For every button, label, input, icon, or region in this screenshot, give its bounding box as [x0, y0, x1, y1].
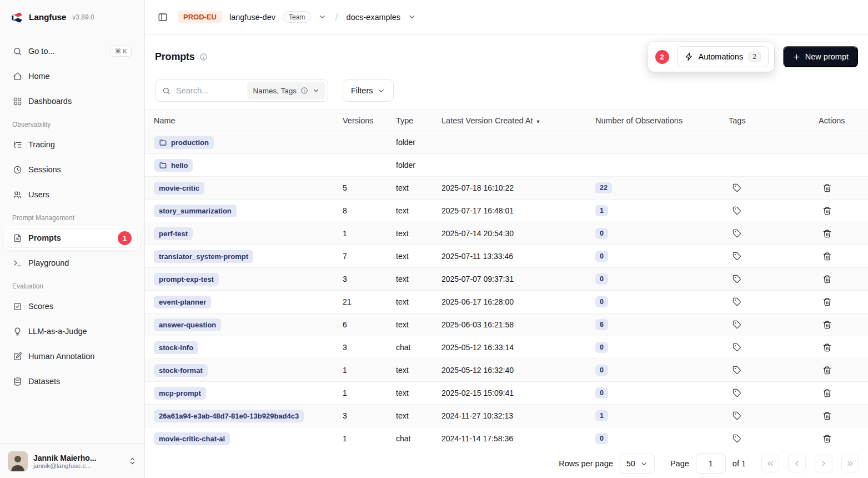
table-row[interactable]: prompt-exp-test3text2025-07-07 09:37:310: [145, 268, 868, 291]
prompt-name-badge[interactable]: production: [154, 136, 214, 149]
prompt-name-badge[interactable]: story_summarization: [154, 205, 237, 217]
table-row[interactable]: event-planner21text2025-06-17 16:28:000: [145, 291, 868, 313]
table-row[interactable]: answer-question6text2025-06-03 16:21:586: [145, 313, 868, 336]
sidebar-item-users[interactable]: Users: [7, 185, 138, 205]
project-name[interactable]: docs-examples: [347, 13, 401, 22]
sidebar-item-sessions[interactable]: Sessions: [7, 160, 138, 180]
prompt-name-badge[interactable]: mcp-prompt: [154, 387, 206, 400]
tag-icon[interactable]: [729, 271, 745, 287]
tag-icon[interactable]: [729, 339, 745, 356]
sidebar-item-playground[interactable]: Playground: [7, 253, 138, 273]
prompt-name-badge[interactable]: movie-critic: [154, 182, 204, 195]
filters-button[interactable]: Filters: [343, 79, 394, 102]
table-row[interactable]: 26a61a94-e3ab-48d7-81e0-13b929bad4c33tex…: [145, 405, 868, 427]
rows-per-page-select[interactable]: 50: [620, 454, 655, 474]
tag-icon[interactable]: [729, 316, 745, 333]
page-number-input[interactable]: [696, 454, 726, 474]
column-header-versions[interactable]: Versions: [339, 110, 393, 131]
column-header-latest-version-created-at[interactable]: Latest Version Created At▼: [438, 110, 592, 131]
delete-prompt-button[interactable]: [819, 362, 835, 379]
search-scope-dropdown[interactable]: Names, Tags: [247, 82, 325, 99]
first-page-button[interactable]: [761, 455, 779, 472]
column-header-tags[interactable]: Tags: [725, 110, 815, 131]
tag-icon[interactable]: [729, 248, 745, 265]
sidebar-item-tracing[interactable]: Tracing: [7, 135, 138, 155]
project-chevron-down-icon[interactable]: [408, 13, 416, 21]
prompt-name-badge[interactable]: stock-format: [154, 364, 208, 377]
delete-prompt-button[interactable]: [819, 407, 835, 424]
table-row[interactable]: stock-info3chat2025-05-12 16:33:140: [145, 336, 868, 359]
chevron-down-icon: [312, 87, 320, 94]
created-at-cell: 2025-07-17 16:48:01: [438, 200, 592, 222]
sidebar-item-home[interactable]: Home: [7, 66, 138, 86]
delete-prompt-button[interactable]: [819, 339, 835, 356]
created-at-cell: 2025-06-17 16:28:00: [438, 291, 592, 313]
table-row[interactable]: mcp-prompt1text2025-02-15 15:09:410: [145, 382, 868, 405]
tag-icon[interactable]: [729, 407, 745, 424]
column-header-actions[interactable]: Actions: [815, 110, 868, 131]
sidebar-item-dashboards[interactable]: Dashboards: [7, 91, 138, 111]
delete-prompt-button[interactable]: [819, 293, 835, 310]
prompt-name-badge[interactable]: stock-info: [154, 341, 198, 354]
tag-icon[interactable]: [729, 293, 745, 310]
org-name[interactable]: langfuse-dev: [229, 13, 275, 22]
goto-label: Go to...: [28, 47, 55, 56]
info-icon: [300, 87, 308, 94]
table-row[interactable]: movie-critic5text2025-07-18 16:10:2222: [145, 177, 868, 200]
automations-button[interactable]: Automations 2: [677, 46, 769, 67]
sidebar-item-scores[interactable]: Scores: [7, 296, 138, 316]
column-header-type[interactable]: Type: [393, 110, 438, 131]
tag-icon[interactable]: [729, 362, 745, 379]
main-content: PROD-EU langfuse-dev Team / docs-example…: [145, 0, 868, 478]
tag-icon[interactable]: [729, 202, 745, 219]
delete-prompt-button[interactable]: [819, 180, 835, 196]
search-input[interactable]: [175, 86, 243, 96]
sidebar-item-human-annotation[interactable]: Human Annotation: [7, 346, 138, 366]
tag-icon[interactable]: [729, 385, 745, 401]
tag-icon[interactable]: [729, 225, 745, 242]
prompt-name-badge[interactable]: answer-question: [154, 318, 221, 331]
tags-cell: [725, 427, 815, 450]
actions-cell: [815, 268, 868, 291]
user-menu[interactable]: Jannik Maierho... jannik@langfuse.c...: [0, 444, 144, 478]
table-row[interactable]: stock-format1text2025-05-12 16:32:400: [145, 359, 868, 382]
prompt-name-badge[interactable]: movie-critic-chat-ai: [154, 432, 230, 445]
info-icon[interactable]: [199, 53, 208, 61]
prompt-name-badge[interactable]: prompt-exp-test: [154, 273, 219, 286]
tag-icon[interactable]: [729, 430, 745, 447]
delete-prompt-button[interactable]: [819, 271, 835, 287]
page-label: Page: [670, 459, 689, 468]
sidebar-item-datasets[interactable]: Datasets: [7, 371, 138, 391]
table-row[interactable]: translator_system-prompt7text2025-07-11 …: [145, 245, 868, 268]
table-row[interactable]: hellofolder: [145, 154, 868, 177]
prompt-name-badge[interactable]: hello: [154, 159, 193, 172]
sidebar-toggle-button[interactable]: [155, 9, 170, 25]
sidebar-item-prompts[interactable]: Prompts 1: [7, 228, 138, 248]
tag-icon[interactable]: [729, 180, 745, 196]
prompt-name-badge[interactable]: perf-test: [154, 227, 193, 240]
table-row[interactable]: story_summarization8text2025-07-17 16:48…: [145, 200, 868, 222]
column-header-name[interactable]: Name: [145, 110, 339, 131]
prompt-name-badge[interactable]: event-planner: [154, 296, 211, 308]
org-chevron-down-icon[interactable]: [318, 13, 327, 21]
delete-prompt-button[interactable]: [819, 385, 835, 401]
last-page-button[interactable]: [841, 455, 859, 472]
table-row[interactable]: productionfolder: [145, 131, 868, 154]
table-row[interactable]: perf-test1text2025-07-14 20:54:300: [145, 222, 868, 245]
sidebar-item-llm-as-a-judge[interactable]: LLM-as-a-Judge: [7, 321, 138, 341]
observations-count-badge: 0: [595, 273, 608, 285]
observations-cell: 0: [592, 291, 725, 313]
next-page-button[interactable]: [815, 455, 832, 472]
new-prompt-button[interactable]: New prompt: [783, 46, 858, 67]
table-row[interactable]: movie-critic-chat-ai1chat2024-11-14 17:5…: [145, 427, 868, 450]
delete-prompt-button[interactable]: [819, 248, 835, 265]
delete-prompt-button[interactable]: [819, 430, 835, 447]
prompt-name-badge[interactable]: 26a61a94-e3ab-48d7-81e0-13b929bad4c3: [154, 410, 304, 422]
delete-prompt-button[interactable]: [819, 316, 835, 333]
goto-search-button[interactable]: Go to... ⌘ K: [7, 41, 138, 61]
delete-prompt-button[interactable]: [819, 202, 835, 219]
previous-page-button[interactable]: [788, 455, 806, 472]
prompt-name-badge[interactable]: translator_system-prompt: [154, 250, 253, 263]
delete-prompt-button[interactable]: [819, 225, 835, 242]
column-header-number-of-observations[interactable]: Number of Observations: [592, 110, 725, 131]
